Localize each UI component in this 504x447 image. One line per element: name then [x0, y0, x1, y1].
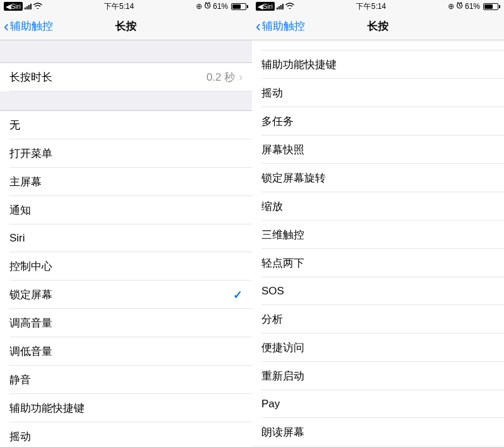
option-label: Siri: [9, 232, 25, 245]
wifi-icon: [33, 2, 42, 11]
option-row[interactable]: 便捷访问: [252, 334, 504, 362]
chevron-left-icon: ‹: [256, 19, 261, 34]
content-area: 辅助功能快捷键摇动多任务屏幕快照锁定屏幕旋转缩放三维触控轻点两下SOS分析便捷访…: [252, 40, 504, 447]
battery-pct: 61%: [465, 2, 480, 11]
option-row[interactable]: 朗读屏幕: [252, 418, 504, 446]
nav-bar: ‹ 辅助触控 长按: [0, 13, 252, 40]
option-row[interactable]: Pay: [252, 390, 504, 418]
duration-value-wrap: 0.2 秒 ›: [207, 70, 243, 84]
option-label: 缩放: [261, 199, 283, 214]
option-row[interactable]: Siri: [0, 224, 252, 252]
status-bar: ◀ Siri 下午5:14 ⊕ 61%: [0, 0, 252, 13]
alarm-icon: [204, 2, 211, 11]
option-label: 分析: [261, 312, 283, 327]
option-label: 辅助功能快捷键: [9, 401, 84, 415]
duration-label: 长按时长: [9, 70, 52, 84]
option-row[interactable]: 重新启动: [252, 362, 504, 390]
option-label: 控制中心: [9, 259, 52, 274]
option-row[interactable]: 锁定屏幕✓: [0, 281, 252, 309]
option-label: 无: [9, 118, 20, 132]
duration-row[interactable]: 长按时长 0.2 秒 ›: [0, 62, 252, 91]
status-left: ◀ Siri: [256, 2, 294, 11]
battery-icon: [230, 3, 248, 10]
option-label: 便捷访问: [261, 340, 304, 355]
left-screen: ◀ Siri 下午5:14 ⊕ 61% ‹ 辅助触控 长按: [0, 0, 252, 447]
section-gap: [0, 91, 252, 110]
option-label: 多任务: [261, 114, 294, 129]
right-screen: ◀ Siri 下午5:14 ⊕ 61% ‹ 辅助触控 长按 辅助功能快: [252, 0, 504, 447]
option-label: 主屏幕: [9, 175, 42, 189]
siri-badge: ◀ Siri: [4, 2, 23, 11]
chevron-right-icon: ›: [239, 71, 243, 84]
battery-icon: [482, 3, 500, 10]
option-row[interactable]: 打开菜单: [0, 139, 252, 168]
option-row[interactable]: 调低音量: [0, 337, 252, 366]
option-row[interactable]: 辅助功能快捷键: [0, 394, 252, 422]
option-label: 通知: [9, 203, 31, 218]
status-right: ⊕ 61%: [448, 2, 500, 11]
option-row[interactable]: 多任务: [252, 107, 504, 136]
status-right: ⊕ 61%: [196, 2, 248, 11]
option-row[interactable]: 屏幕快照: [252, 136, 504, 164]
options-list: 无打开菜单主屏幕通知Siri控制中心锁定屏幕✓调高音量调低音量静音辅助功能快捷键…: [0, 110, 252, 447]
status-bar: ◀ Siri 下午5:14 ⊕ 61%: [252, 0, 504, 13]
status-left: ◀ Siri: [4, 2, 42, 11]
content-area: 长按时长 0.2 秒 › 无打开菜单主屏幕通知Siri控制中心锁定屏幕✓调高音量…: [0, 40, 252, 447]
signal-icon: [277, 3, 284, 9]
status-time: 下午5:14: [104, 1, 134, 12]
option-row[interactable]: 控制中心: [0, 252, 252, 281]
option-label: 调高音量: [9, 316, 52, 330]
siri-text: Siri: [11, 3, 21, 10]
lock-icon: ⊕: [448, 2, 454, 11]
signal-icon: [25, 3, 32, 9]
option-row[interactable]: 轻点两下: [252, 249, 504, 277]
option-label: SOS: [261, 285, 284, 298]
option-row[interactable]: 锁定屏幕旋转: [252, 164, 504, 192]
option-label: 轻点两下: [261, 256, 304, 270]
duration-value: 0.2 秒: [207, 70, 235, 84]
lock-icon: ⊕: [196, 2, 202, 11]
option-row[interactable]: 调高音量: [0, 309, 252, 337]
option-label: 打开菜单: [9, 146, 52, 161]
option-row[interactable]: 通知: [0, 196, 252, 224]
option-row[interactable]: 分析: [252, 305, 504, 334]
checkmark-icon: ✓: [233, 288, 243, 302]
option-label: 屏幕快照: [261, 142, 304, 157]
nav-bar: ‹ 辅助触控 长按: [252, 13, 504, 40]
wifi-icon: [285, 2, 294, 11]
option-label: Pay: [261, 398, 280, 410]
option-row[interactable]: 缩放: [252, 192, 504, 221]
option-row[interactable]: 三维触控: [252, 221, 504, 249]
option-label: 静音: [9, 373, 31, 387]
option-label: 辅助功能快捷键: [261, 57, 336, 72]
option-row[interactable]: 摇动: [0, 422, 252, 447]
option-label: 三维触控: [261, 228, 304, 242]
option-row[interactable]: 静音: [0, 366, 252, 394]
option-label: 调低音量: [9, 344, 52, 359]
option-row[interactable]: 摇动: [252, 79, 504, 107]
back-button[interactable]: ‹ 辅助触控: [252, 19, 305, 34]
option-row[interactable]: 辅助功能快捷键: [252, 50, 504, 79]
option-label: 锁定屏幕: [9, 287, 52, 302]
option-label: 摇动: [9, 429, 31, 444]
section-gap: [0, 40, 252, 62]
option-row[interactable]: SOS: [252, 277, 504, 305]
options-list: 辅助功能快捷键摇动多任务屏幕快照锁定屏幕旋转缩放三维触控轻点两下SOS分析便捷访…: [252, 50, 504, 446]
option-label: 重新启动: [261, 369, 304, 383]
back-label: 辅助触控: [10, 19, 53, 33]
status-time: 下午5:14: [356, 1, 386, 12]
chevron-left-icon: ‹: [4, 19, 9, 34]
battery-pct: 61%: [213, 2, 228, 11]
option-row[interactable]: 无: [0, 110, 252, 139]
back-button[interactable]: ‹ 辅助触控: [0, 19, 53, 34]
partial-row[interactable]: [252, 40, 504, 50]
option-label: 朗读屏幕: [261, 425, 304, 439]
siri-text: Siri: [263, 3, 273, 10]
option-label: 锁定屏幕旋转: [261, 171, 326, 185]
option-label: 摇动: [261, 86, 283, 100]
option-row[interactable]: 主屏幕: [0, 168, 252, 196]
alarm-icon: [456, 2, 463, 11]
siri-badge: ◀ Siri: [256, 2, 275, 11]
back-label: 辅助触控: [262, 19, 305, 33]
